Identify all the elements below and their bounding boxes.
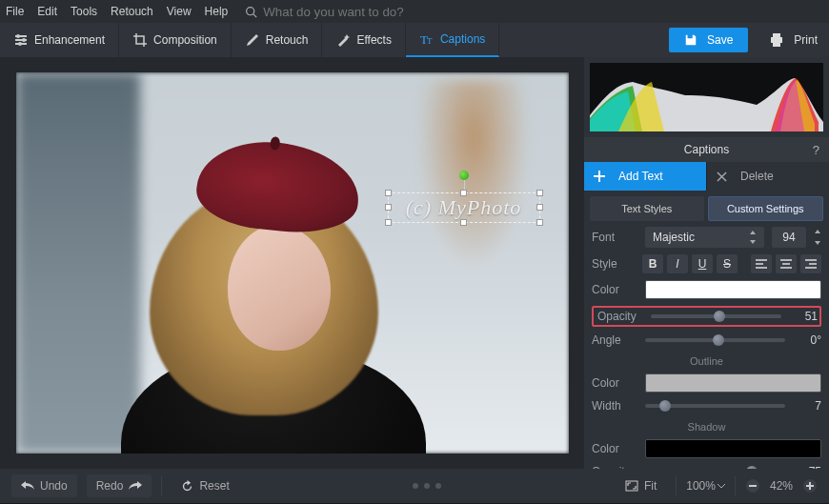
tool-effects[interactable]: Effects [322, 23, 405, 57]
help-icon[interactable]: ? [813, 143, 819, 157]
align-center-button[interactable] [776, 254, 797, 273]
menu-retouch[interactable]: Retouch [111, 5, 153, 18]
strike-button[interactable]: S [717, 254, 738, 273]
save-icon [684, 33, 698, 47]
redo-button[interactable]: Redo [87, 474, 152, 497]
angle-slider[interactable] [645, 333, 785, 347]
delete-button[interactable]: Delete [707, 162, 829, 191]
underline-button[interactable]: U [692, 254, 713, 273]
redo-icon [129, 481, 142, 491]
reset-icon [181, 480, 193, 493]
chevron-down-icon [718, 484, 725, 489]
outline-color-swatch[interactable] [645, 373, 821, 393]
resize-handle[interactable] [460, 219, 467, 226]
color-label: Color [592, 442, 637, 455]
right-panel: Captions ? Add Text Delete Text Styles C… [584, 57, 829, 469]
spinner-icon[interactable] [814, 228, 821, 247]
menu-tools[interactable]: Tools [71, 5, 97, 18]
watermark-text: (c) MyPhoto [406, 195, 522, 220]
close-icon [717, 171, 727, 182]
angle-label: Angle [592, 333, 637, 347]
plus-icon [594, 171, 605, 182]
style-label: Style [592, 257, 635, 271]
search-input[interactable] [263, 5, 415, 19]
tool-captions-label: Captions [440, 32, 485, 46]
undo-button[interactable]: Undo [11, 474, 77, 497]
shadow-color-swatch[interactable] [645, 439, 821, 458]
resize-handle[interactable] [385, 219, 392, 226]
outline-width-slider[interactable] [645, 399, 785, 413]
zoom-in-button[interactable] [802, 478, 818, 494]
menu-file[interactable]: File [6, 5, 24, 18]
width-label: Width [592, 399, 637, 413]
text-color-row: Color [592, 280, 821, 299]
zoom-out-button[interactable] [745, 478, 760, 494]
font-select[interactable]: Majestic [645, 227, 764, 248]
tool-enhancement[interactable]: Enhancement [0, 23, 119, 57]
zoom-select[interactable]: 100% [686, 479, 725, 493]
resize-handle[interactable] [385, 204, 392, 211]
reset-button[interactable]: Reset [172, 474, 238, 497]
opacity-row: Opacity 51 [592, 306, 821, 327]
svg-point-7 [18, 42, 22, 46]
angle-value: 0° [793, 333, 821, 347]
resize-handle[interactable] [460, 190, 467, 196]
opacity-label: Opacity [597, 310, 643, 323]
bold-button[interactable]: B [642, 254, 663, 273]
search-box[interactable] [245, 5, 415, 19]
resize-handle[interactable] [385, 190, 392, 196]
shadow-opacity-slider[interactable] [645, 465, 785, 469]
outline-heading: Outline [592, 355, 821, 367]
main-toolbar: Enhancement Composition Retouch Effects … [0, 23, 829, 57]
font-size[interactable]: 94 [772, 227, 806, 248]
watermark-text-box[interactable]: (c) MyPhoto [388, 192, 540, 223]
align-right-button[interactable] [800, 254, 821, 273]
tab-custom-settings[interactable]: Custom Settings [708, 196, 824, 221]
align-left-button[interactable] [751, 254, 772, 273]
print-icon [769, 33, 784, 47]
font-label: Font [592, 231, 637, 244]
add-text-button[interactable]: Add Text [584, 162, 707, 191]
photo: (c) MyPhoto [16, 72, 569, 454]
outline-width-value: 7 [793, 399, 821, 413]
tool-captions[interactable]: TT Captions [406, 23, 499, 57]
zoom-level: 42% [770, 479, 793, 493]
shadow-color-row: Color [592, 439, 821, 458]
shadow-opacity-value: 75 [793, 465, 821, 469]
opacity-label: Opacity [592, 465, 637, 469]
tool-retouch[interactable]: Retouch [232, 23, 323, 57]
svg-line-1 [253, 13, 256, 16]
panel-title: Captions [684, 143, 729, 156]
svg-point-6 [22, 38, 26, 42]
save-button[interactable]: Save [669, 28, 748, 52]
resize-handle[interactable] [536, 219, 543, 226]
crop-icon [132, 32, 148, 48]
fit-button[interactable]: Fit [616, 474, 666, 497]
tool-composition-label: Composition [153, 33, 217, 47]
opacity-slider[interactable] [651, 310, 781, 323]
resize-handle[interactable] [536, 204, 543, 211]
rotate-handle[interactable] [459, 171, 469, 180]
menu-edit[interactable]: Edit [37, 5, 57, 18]
search-icon [245, 6, 257, 18]
opacity-value: 51 [789, 310, 818, 323]
print-button[interactable]: Print [758, 33, 829, 47]
shadow-heading: Shadow [592, 421, 821, 433]
text-color-swatch[interactable] [645, 280, 821, 299]
tab-text-styles[interactable]: Text Styles [590, 196, 704, 221]
menu-view[interactable]: View [167, 5, 192, 18]
canvas-area[interactable]: (c) MyPhoto [0, 57, 584, 469]
menu-bar: File Edit Tools Retouch View Help [0, 0, 829, 23]
reset-label: Reset [199, 479, 229, 493]
enhancement-icon [13, 32, 29, 48]
fit-icon [625, 480, 638, 492]
color-label: Color [592, 283, 637, 296]
tool-composition[interactable]: Composition [119, 23, 232, 57]
add-text-label: Add Text [618, 170, 662, 183]
resize-handle[interactable] [536, 190, 543, 196]
thumbnail-dots [249, 483, 606, 489]
svg-rect-11 [773, 33, 780, 37]
menu-help[interactable]: Help [205, 5, 229, 18]
italic-button[interactable]: I [667, 254, 688, 273]
bottom-bar: Undo Redo Reset Fit 100% 42% [0, 469, 829, 503]
